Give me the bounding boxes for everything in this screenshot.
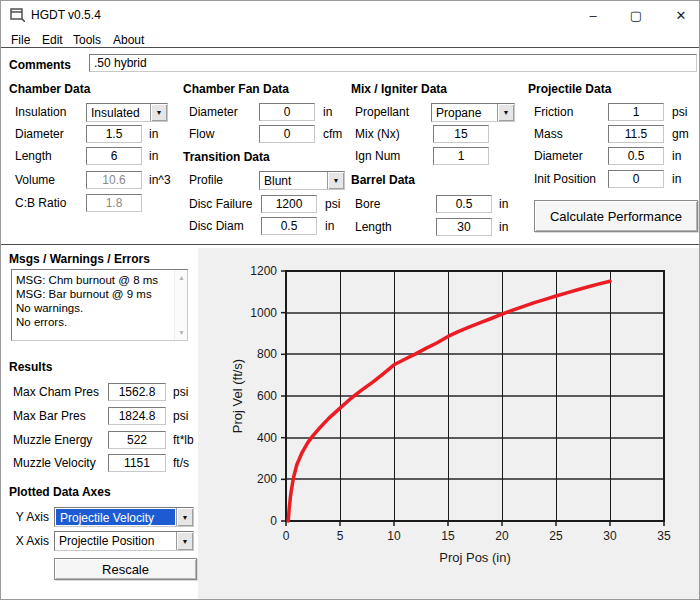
- svg-text:0: 0: [270, 514, 277, 528]
- svg-text:0: 0: [283, 529, 290, 543]
- x-axis-label: X Axis: [9, 534, 49, 548]
- svg-text:5: 5: [337, 529, 344, 543]
- message-line[interactable]: MSG: Chm burnout @ 8 ms: [12, 273, 187, 287]
- bore-unit: in: [499, 197, 508, 211]
- max-bar-pres-unit: psi: [173, 409, 188, 423]
- svg-text:20: 20: [495, 529, 509, 543]
- dropdown-arrow-icon: ▼: [150, 104, 167, 121]
- insulation-label: Insulation: [15, 105, 66, 119]
- cb-ratio-field: [86, 194, 142, 212]
- svg-text:Proj Vel (ft/s): Proj Vel (ft/s): [230, 359, 245, 433]
- dropdown-arrow-icon: ▼: [497, 104, 514, 121]
- velocity-vs-position-plot: 02004006008001000120005101520253035Proj …: [198, 248, 700, 600]
- maximize-button[interactable]: ▢: [618, 1, 654, 29]
- comments-input[interactable]: [89, 54, 697, 72]
- mass-input[interactable]: [608, 125, 664, 143]
- chamber-length-input[interactable]: [86, 147, 142, 165]
- chamber-length-unit: in: [149, 149, 158, 163]
- max-bar-pres-label: Max Bar Pres: [13, 409, 86, 423]
- y-axis-select[interactable]: Projectile Velocity ▼: [54, 507, 194, 527]
- proj-diameter-unit: in: [672, 149, 681, 163]
- proj-diameter-input[interactable]: [608, 147, 664, 165]
- y-axis-label: Y Axis: [9, 510, 49, 524]
- mix-nx-label: Mix (Nx): [355, 127, 400, 141]
- message-line[interactable]: No errors.: [12, 315, 187, 329]
- minimize-icon: –: [589, 8, 596, 23]
- ign-num-input[interactable]: [433, 147, 489, 165]
- disc-diam-unit: in: [325, 219, 334, 233]
- init-position-label: Init Position: [534, 172, 596, 186]
- svg-text:25: 25: [549, 529, 563, 543]
- max-bar-pres-field: [108, 407, 166, 425]
- muzzle-velocity-field: [108, 454, 166, 472]
- menu-bar: File Edit Tools About: [1, 29, 699, 48]
- ign-num-label: Ign Num: [355, 149, 400, 163]
- section-title-mix-igniter: Mix / Igniter Data: [351, 82, 447, 96]
- muzzle-energy-unit: ft*lb: [173, 433, 194, 447]
- proj-diameter-label: Diameter: [534, 149, 583, 163]
- chamber-length-label: Length: [15, 149, 52, 163]
- init-position-unit: in: [672, 172, 681, 186]
- window-title: HGDT v0.5.4: [31, 8, 101, 22]
- max-cham-pres-label: Max Cham Pres: [13, 385, 99, 399]
- max-cham-pres-field: [108, 383, 166, 401]
- x-axis-select[interactable]: Projectile Position ▼: [54, 531, 194, 551]
- bore-input[interactable]: [436, 195, 492, 213]
- scrollbar-up-icon[interactable]: ▲: [175, 271, 188, 284]
- messages-section-title: Msgs / Warnings / Errors: [9, 252, 150, 266]
- barrel-length-label: Length: [355, 220, 392, 234]
- dropdown-arrow-icon: ▼: [176, 532, 193, 550]
- section-title-projectile-data: Projectile Data: [528, 82, 611, 96]
- close-button[interactable]: ✕: [663, 1, 699, 29]
- divider: [1, 244, 700, 246]
- max-cham-pres-unit: psi: [173, 385, 188, 399]
- friction-label: Friction: [534, 105, 573, 119]
- message-line[interactable]: MSG: Bar burnout @ 9 ms: [12, 287, 187, 301]
- profile-select[interactable]: Blunt ▼: [259, 171, 345, 190]
- calculate-performance-button[interactable]: Calculate Performance: [534, 200, 698, 232]
- disc-diam-input[interactable]: [261, 217, 317, 235]
- minimize-button[interactable]: –: [575, 1, 611, 29]
- init-position-input[interactable]: [608, 170, 664, 188]
- message-line[interactable]: No warnings.: [12, 301, 187, 315]
- mass-unit: gm: [672, 127, 689, 141]
- disc-diam-label: Disc Diam: [189, 219, 244, 233]
- fan-diameter-input[interactable]: [259, 103, 315, 121]
- chamber-diameter-unit: in: [149, 127, 158, 141]
- svg-text:800: 800: [257, 347, 277, 361]
- chamber-volume-field: [86, 171, 142, 189]
- svg-text:600: 600: [257, 389, 277, 403]
- chamber-diameter-input[interactable]: [86, 125, 142, 143]
- svg-text:15: 15: [441, 529, 455, 543]
- svg-text:1000: 1000: [250, 306, 277, 320]
- disc-failure-label: Disc Failure: [189, 197, 252, 211]
- maximize-icon: ▢: [630, 8, 642, 23]
- fan-flow-input[interactable]: [259, 125, 315, 143]
- barrel-length-unit: in: [499, 220, 508, 234]
- barrel-length-input[interactable]: [436, 218, 492, 236]
- results-section-title: Results: [9, 360, 52, 374]
- rescale-button[interactable]: Rescale: [54, 558, 197, 580]
- app-icon: [10, 8, 25, 22]
- propellant-select[interactable]: Propane ▼: [431, 103, 515, 122]
- friction-unit: psi: [672, 105, 687, 119]
- section-title-fan-data: Chamber Fan Data: [183, 82, 289, 96]
- muzzle-energy-label: Muzzle Energy: [13, 433, 92, 447]
- close-icon: ✕: [676, 8, 687, 23]
- svg-text:10: 10: [387, 529, 401, 543]
- insulation-select[interactable]: Insulated ▼: [86, 103, 168, 122]
- friction-input[interactable]: [608, 103, 664, 121]
- svg-text:30: 30: [603, 529, 617, 543]
- scrollbar-down-icon[interactable]: ▼: [175, 326, 188, 339]
- chamber-diameter-label: Diameter: [15, 127, 64, 141]
- menu-divider: [1, 47, 699, 49]
- section-title-transition-data: Transition Data: [183, 150, 270, 164]
- vertical-scrollbar[interactable]: ▲ ▼: [174, 270, 187, 340]
- messages-listbox[interactable]: MSG: Chm burnout @ 8 ms MSG: Bar burnout…: [11, 269, 188, 341]
- disc-failure-input[interactable]: [261, 195, 317, 213]
- fan-diameter-unit: in: [323, 105, 332, 119]
- comments-label: Comments: [9, 58, 71, 72]
- dropdown-arrow-icon: ▼: [176, 508, 193, 526]
- mix-nx-input[interactable]: [433, 125, 489, 143]
- muzzle-energy-field: [108, 431, 166, 449]
